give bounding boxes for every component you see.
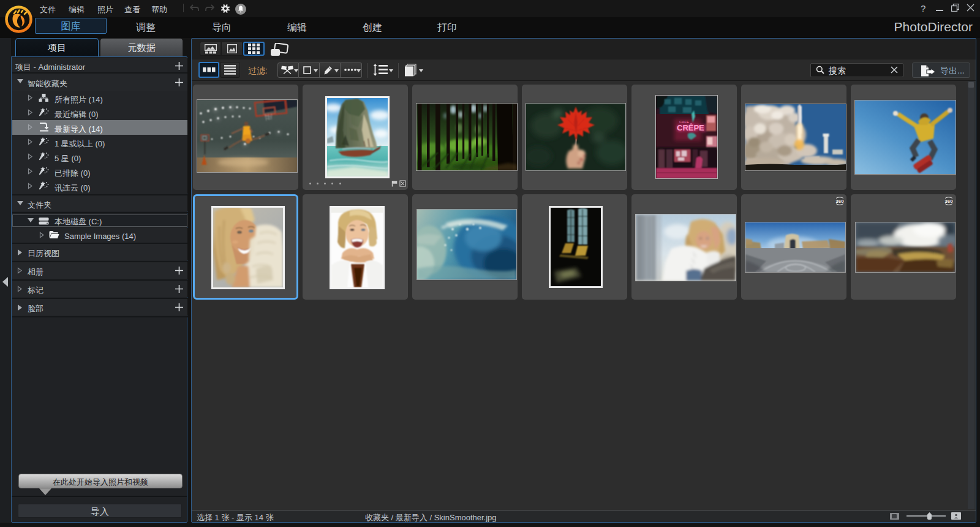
svg-text:360: 360 — [835, 199, 844, 204]
svg-text:CRÊPE: CRÊPE — [677, 123, 704, 132]
svg-text:CAFE: CAFE — [679, 120, 689, 124]
svg-text:360: 360 — [944, 199, 953, 204]
